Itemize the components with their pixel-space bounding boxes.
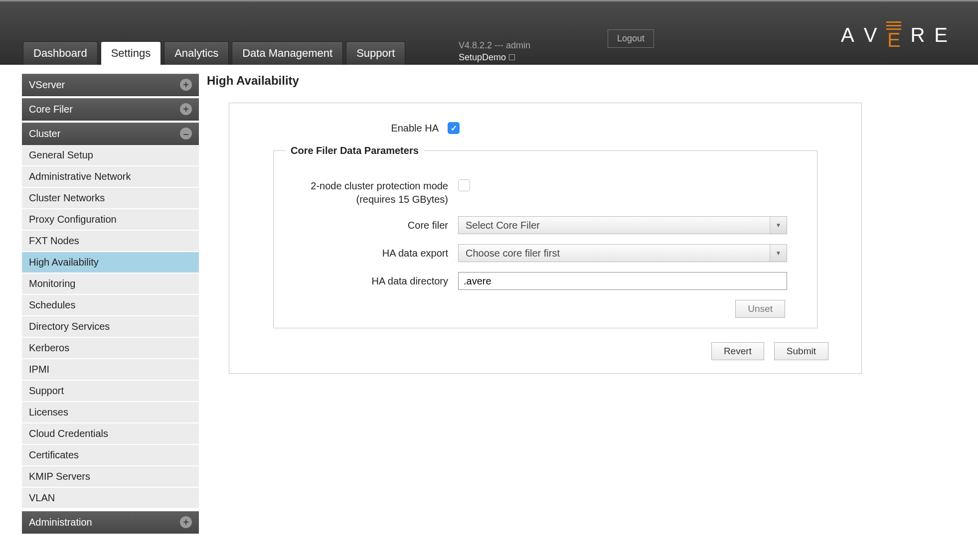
expand-icon: + — [180, 79, 192, 91]
tab-dashboard[interactable]: Dashboard — [23, 41, 98, 65]
cluster-name: SetupDemo — [459, 52, 506, 62]
sidebar-item-high-availability[interactable]: High Availability — [22, 252, 199, 274]
sidebar-item-monitoring[interactable]: Monitoring — [22, 274, 199, 295]
brand-letter-v: V — [864, 24, 878, 46]
sidebar-item-cluster-networks[interactable]: Cluster Networks — [22, 188, 199, 209]
cluster-icon — [509, 54, 515, 60]
brand-logo: A V E R E — [841, 21, 948, 49]
sidebar-section-label: Core Filer — [29, 104, 73, 115]
page-title: High Availability — [207, 74, 862, 88]
core-filer-data-parameters: Core Filer Data Parameters 2-node cluste… — [273, 145, 817, 328]
enable-ha-label: Enable HA — [248, 123, 448, 134]
sidebar-item-proxy-configuration[interactable]: Proxy Configuration — [22, 209, 199, 231]
sidebar-item-certificates[interactable]: Certificates — [22, 445, 199, 466]
sidebar-item-fxt-nodes[interactable]: FXT Nodes — [22, 231, 199, 252]
sidebar-item-ipmi[interactable]: IPMI — [22, 359, 199, 381]
core-filer-row: Core filer Select Core Filer ▼ — [289, 216, 802, 234]
main-content: High Availability Enable HA ✓ Core Filer… — [209, 74, 978, 536]
chevron-down-icon: ▼ — [770, 217, 787, 234]
version-line: V4.8.2.2 --- admin — [459, 39, 530, 51]
brand-letter-a: A — [841, 24, 855, 46]
brand-letter-e2: E — [934, 24, 948, 46]
sidebar-item-directory-services[interactable]: Directory Services — [22, 316, 199, 338]
expand-icon: + — [180, 103, 192, 115]
expand-icon: + — [180, 516, 192, 528]
chevron-down-icon: ▼ — [770, 245, 787, 262]
two-node-label: 2-node cluster protection mode (requires… — [289, 179, 458, 206]
sidebar-item-support[interactable]: Support — [22, 381, 199, 402]
sidebar-section-label: Cluster — [29, 128, 60, 140]
sidebar-section-core-filer[interactable]: Core Filer + — [22, 98, 199, 121]
sidebar-section-label: VServer — [29, 79, 65, 91]
tab-analytics[interactable]: Analytics — [164, 41, 229, 65]
sidebar-item-general-setup[interactable]: General Setup — [22, 145, 199, 166]
two-node-row: 2-node cluster protection mode (requires… — [289, 179, 802, 206]
ha-export-label: HA data export — [289, 247, 458, 260]
brand-letter-r: R — [910, 24, 925, 46]
unset-button[interactable]: Unset — [735, 300, 785, 318]
submit-button[interactable]: Submit — [774, 342, 828, 360]
core-filer-select[interactable]: Select Core Filer ▼ — [458, 216, 787, 234]
fieldset-legend: Core Filer Data Parameters — [286, 145, 424, 156]
ha-dir-row: HA data directory — [289, 272, 802, 290]
header-status: V4.8.2.2 --- admin SetupDemo — [459, 39, 530, 64]
tab-data-management[interactable]: Data Management — [232, 41, 343, 65]
ha-export-select[interactable]: Choose core filer first ▼ — [458, 244, 787, 262]
nav-tabs: Dashboard Settings Analytics Data Manage… — [23, 41, 405, 65]
two-node-checkbox[interactable] — [458, 179, 470, 191]
tab-support[interactable]: Support — [346, 41, 405, 65]
sidebar-section-label: Administration — [29, 517, 92, 528]
sidebar-cluster-items: General Setup Administrative Network Clu… — [22, 145, 199, 509]
core-filer-label: Core filer — [289, 219, 458, 232]
sidebar-item-kmip-servers[interactable]: KMIP Servers — [22, 466, 199, 488]
sidebar-item-schedules[interactable]: Schedules — [22, 295, 199, 316]
settings-panel: Enable HA ✓ Core Filer Data Parameters 2… — [229, 103, 862, 374]
top-bar: Logout A V E R E Dashboard Settings Anal… — [0, 0, 978, 65]
sidebar-section-cluster[interactable]: Cluster – — [22, 123, 199, 145]
logout-button[interactable]: Logout — [608, 29, 654, 48]
enable-ha-checkbox[interactable]: ✓ — [448, 122, 460, 134]
sidebar-item-administrative-network[interactable]: Administrative Network — [22, 166, 199, 188]
ha-dir-input[interactable] — [458, 272, 787, 290]
sidebar-item-cloud-credentials[interactable]: Cloud Credentials — [22, 423, 199, 445]
core-filer-select-value: Select Core Filer — [466, 220, 540, 231]
tab-settings[interactable]: Settings — [101, 41, 162, 65]
sidebar-item-vlan[interactable]: VLAN — [22, 488, 199, 509]
sidebar-item-kerberos[interactable]: Kerberos — [22, 338, 199, 359]
sidebar-section-vserver[interactable]: VServer + — [22, 74, 199, 96]
panel-actions: Revert Submit — [248, 342, 842, 360]
sidebar: VServer + Core Filer + Cluster – General… — [22, 74, 199, 536]
ha-dir-label: HA data directory — [289, 275, 458, 288]
collapse-icon: – — [180, 128, 192, 140]
enable-ha-row: Enable HA ✓ — [248, 122, 842, 134]
sidebar-item-licenses[interactable]: Licenses — [22, 402, 199, 423]
ha-export-select-value: Choose core filer first — [466, 248, 560, 259]
ha-export-row: HA data export Choose core filer first ▼ — [289, 244, 802, 262]
revert-button[interactable]: Revert — [711, 342, 764, 360]
brand-letter-e-accent: E — [886, 21, 901, 49]
sidebar-section-administration[interactable]: Administration + — [22, 511, 199, 534]
